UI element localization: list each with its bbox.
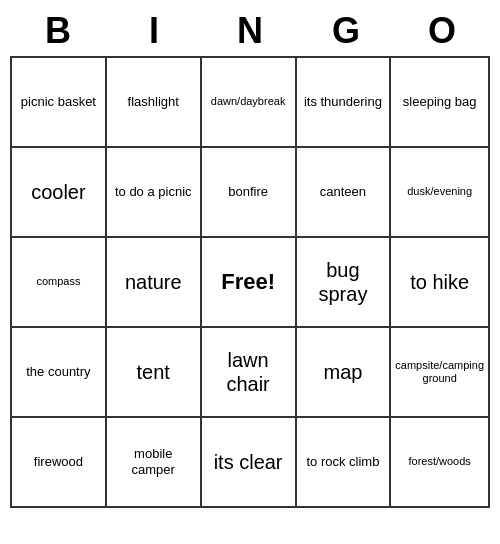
- cell-13: bug spray: [297, 238, 392, 328]
- cell-7: bonfire: [202, 148, 297, 238]
- cell-17: lawn chair: [202, 328, 297, 418]
- cell-9: dusk/evening: [391, 148, 490, 238]
- cell-15: the country: [12, 328, 107, 418]
- cell-11: nature: [107, 238, 202, 328]
- bingo-grid: picnic basketflashlightdawn/daybreakits …: [10, 56, 490, 508]
- cell-18: map: [297, 328, 392, 418]
- cell-1: flashlight: [107, 58, 202, 148]
- cell-12: Free!: [202, 238, 297, 328]
- cell-16: tent: [107, 328, 202, 418]
- cell-23: to rock climb: [297, 418, 392, 508]
- cell-8: canteen: [297, 148, 392, 238]
- cell-4: sleeping bag: [391, 58, 490, 148]
- cell-21: mobile camper: [107, 418, 202, 508]
- cell-19: campsite/camping ground: [391, 328, 490, 418]
- title-b: B: [14, 10, 102, 52]
- title-o: O: [398, 10, 486, 52]
- cell-20: firewood: [12, 418, 107, 508]
- cell-5: cooler: [12, 148, 107, 238]
- cell-0: picnic basket: [12, 58, 107, 148]
- cell-10: compass: [12, 238, 107, 328]
- cell-3: its thundering: [297, 58, 392, 148]
- cell-24: forest/woods: [391, 418, 490, 508]
- title-i: I: [110, 10, 198, 52]
- cell-14: to hike: [391, 238, 490, 328]
- title-n: N: [206, 10, 294, 52]
- cell-6: to do a picnic: [107, 148, 202, 238]
- cell-2: dawn/daybreak: [202, 58, 297, 148]
- bingo-card: B I N G O picnic basketflashlightdawn/da…: [10, 10, 490, 508]
- cell-22: its clear: [202, 418, 297, 508]
- bingo-title: B I N G O: [10, 10, 490, 52]
- title-g: G: [302, 10, 390, 52]
